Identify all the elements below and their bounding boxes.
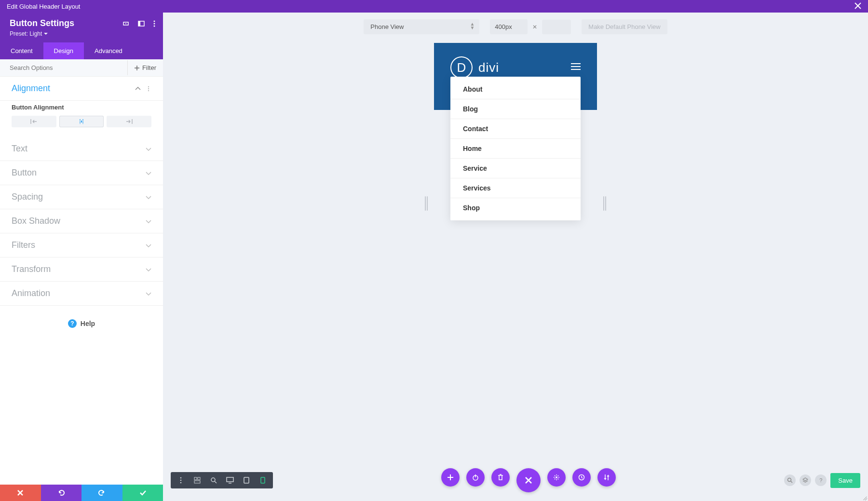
desktop-icon[interactable] xyxy=(225,475,235,486)
width-input[interactable] xyxy=(490,19,528,34)
svg-rect-3 xyxy=(138,21,140,26)
tablet-icon[interactable] xyxy=(241,475,252,486)
toolbar-more-icon[interactable] xyxy=(176,475,186,486)
search-input[interactable] xyxy=(0,59,127,76)
menu-item[interactable]: Shop xyxy=(450,198,581,217)
close-panel-button[interactable] xyxy=(516,468,541,492)
svg-rect-13 xyxy=(81,121,82,122)
resize-corner[interactable] xyxy=(861,494,867,500)
trash-button[interactable] xyxy=(491,468,510,487)
dropdown-menu: About Blog Contact Home Service Services… xyxy=(450,77,581,220)
section-text[interactable]: Text xyxy=(0,137,163,161)
svg-point-16 xyxy=(180,480,182,481)
help-icon: ? xyxy=(68,319,77,328)
phone-icon[interactable] xyxy=(258,475,268,486)
sidebar-toggle-icon[interactable] xyxy=(138,20,145,27)
svg-rect-23 xyxy=(227,477,233,482)
site-logo[interactable]: D divi xyxy=(450,56,499,79)
add-button[interactable] xyxy=(441,468,460,487)
resize-handle-left[interactable] xyxy=(425,196,428,211)
search-pill-icon[interactable] xyxy=(784,474,796,486)
button-alignment-label: Button Alignment xyxy=(12,104,151,111)
svg-point-9 xyxy=(148,90,149,91)
cancel-button[interactable] xyxy=(0,485,41,501)
section-spacing[interactable]: Spacing xyxy=(0,185,163,209)
preview-frame: D divi About Blog Contact Home Service S… xyxy=(434,43,597,110)
section-transform[interactable]: Transform xyxy=(0,257,163,282)
hamburger-icon[interactable] xyxy=(571,63,581,70)
help-pill-icon[interactable]: ? xyxy=(815,474,827,486)
help-link[interactable]: ? Help xyxy=(0,306,163,341)
svg-point-21 xyxy=(211,478,215,482)
svg-point-4 xyxy=(154,21,155,22)
align-right-button[interactable] xyxy=(107,116,151,127)
svg-point-5 xyxy=(154,23,155,25)
page-title: Edit Global Header Layout xyxy=(7,3,80,10)
zoom-icon[interactable] xyxy=(208,475,219,486)
filter-button[interactable]: Filter xyxy=(127,60,163,75)
svg-point-29 xyxy=(556,476,557,478)
history-button[interactable] xyxy=(572,468,591,487)
view-mode-select[interactable]: Phone View ▲▼ xyxy=(364,19,479,34)
settings-sidebar: Button Settings Preset: Light Content De… xyxy=(0,13,163,501)
section-box-shadow[interactable]: Box Shadow xyxy=(0,209,163,233)
device-toolbar xyxy=(171,472,273,488)
svg-rect-25 xyxy=(244,477,249,483)
menu-item[interactable]: About xyxy=(450,80,581,99)
expand-icon[interactable] xyxy=(122,20,129,27)
save-button[interactable]: Save xyxy=(830,473,860,488)
svg-point-17 xyxy=(180,482,182,484)
settings-button[interactable] xyxy=(547,468,566,487)
menu-item[interactable]: Service xyxy=(450,159,581,178)
svg-point-15 xyxy=(180,477,182,479)
menu-item[interactable]: Blog xyxy=(450,99,581,119)
svg-rect-19 xyxy=(198,477,200,480)
redo-button[interactable] xyxy=(81,485,122,501)
preset-selector[interactable]: Preset: Light xyxy=(10,30,48,37)
section-button[interactable]: Button xyxy=(0,161,163,185)
resize-handle-right[interactable] xyxy=(603,196,606,211)
times-icon: ✕ xyxy=(532,24,537,30)
section-alignment[interactable]: Alignment xyxy=(0,77,163,101)
menu-item[interactable]: Services xyxy=(450,178,581,198)
confirm-button[interactable] xyxy=(122,485,163,501)
menu-item[interactable]: Contact xyxy=(450,119,581,139)
tab-content[interactable]: Content xyxy=(0,42,43,59)
svg-point-31 xyxy=(788,478,791,482)
svg-rect-26 xyxy=(261,477,265,483)
sort-button[interactable] xyxy=(597,468,616,487)
svg-line-32 xyxy=(791,481,792,483)
svg-line-22 xyxy=(215,481,217,483)
make-default-button[interactable]: Make Default Phone View xyxy=(582,19,667,34)
align-left-button[interactable] xyxy=(12,116,56,127)
section-animation[interactable]: Animation xyxy=(0,282,163,306)
tab-advanced[interactable]: Advanced xyxy=(84,42,133,59)
svg-point-6 xyxy=(154,26,155,27)
layers-pill-icon[interactable] xyxy=(800,474,811,486)
svg-rect-20 xyxy=(194,481,200,483)
power-button[interactable] xyxy=(466,468,485,487)
svg-rect-18 xyxy=(194,477,197,480)
svg-point-7 xyxy=(148,86,149,87)
undo-button[interactable] xyxy=(41,485,82,501)
svg-point-8 xyxy=(148,88,149,89)
menu-item[interactable]: Home xyxy=(450,139,581,159)
section-filters[interactable]: Filters xyxy=(0,233,163,257)
wireframe-icon[interactable] xyxy=(192,475,203,486)
align-center-button[interactable] xyxy=(59,116,104,127)
tab-design[interactable]: Design xyxy=(43,42,84,59)
more-icon[interactable] xyxy=(153,20,155,27)
close-icon[interactable] xyxy=(854,2,861,11)
height-input[interactable] xyxy=(542,20,571,34)
svg-point-1 xyxy=(125,23,126,24)
